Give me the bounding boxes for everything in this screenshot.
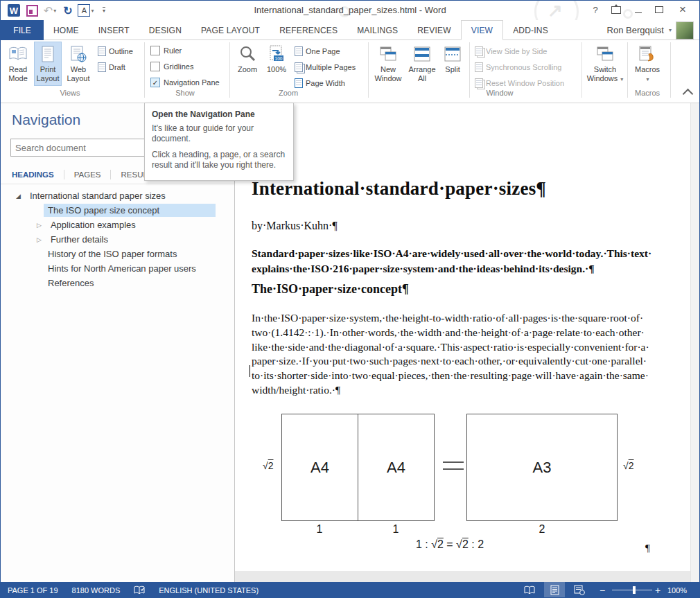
new-window-icon bbox=[379, 44, 397, 64]
ruler-checkbox[interactable]: Ruler bbox=[150, 46, 182, 55]
tab-view[interactable]: VIEW bbox=[461, 20, 503, 40]
redo-icon: ↻ bbox=[63, 4, 72, 17]
navigation-pane-checkbox[interactable]: ✓ Navigation Pane bbox=[150, 78, 220, 87]
outline-button[interactable]: Outline bbox=[98, 44, 133, 58]
print-layout-button[interactable]: Print Layout bbox=[34, 42, 62, 86]
view-side-by-side-icon bbox=[475, 46, 483, 56]
expander-expanded-icon[interactable]: ◢ bbox=[16, 193, 21, 200]
reset-window-position-button[interactable]: Reset Window Position bbox=[475, 76, 564, 90]
document-page[interactable]: International·standard·paper·sizes¶ by·M… bbox=[235, 103, 690, 571]
nav-heading-item[interactable]: References bbox=[44, 276, 98, 290]
synchronous-scrolling-button[interactable]: Synchronous Scrolling bbox=[475, 60, 561, 74]
tab-references[interactable]: REFERENCES bbox=[270, 20, 347, 40]
split-button[interactable]: Split bbox=[440, 42, 465, 86]
close-button[interactable]: × bbox=[673, 1, 692, 19]
maximize-button[interactable] bbox=[649, 1, 669, 19]
group-separator bbox=[368, 42, 369, 98]
nav-heading-item[interactable]: ▷ Application examples bbox=[37, 218, 140, 232]
switch-windows-icon bbox=[596, 44, 614, 64]
zoom-button[interactable]: Zoom bbox=[234, 42, 261, 86]
zoom-100-button[interactable]: 100 100% bbox=[263, 42, 290, 86]
macros-button[interactable]: Macros▾ bbox=[630, 42, 665, 86]
expander-collapsed-icon[interactable]: ▷ bbox=[37, 222, 42, 229]
nav-heading-item[interactable]: History of the ISO paper formats bbox=[44, 247, 181, 261]
equals-sign bbox=[443, 461, 464, 463]
maximize-icon bbox=[655, 6, 663, 13]
nav-heading-item[interactable]: ◢ International standard paper sizes bbox=[16, 188, 170, 203]
view-side-by-side-button[interactable]: View Side by Side bbox=[475, 44, 547, 58]
word-count-status[interactable]: 8180 WORDS bbox=[65, 582, 128, 598]
zoom-in-button[interactable]: + bbox=[655, 582, 660, 598]
undo-button[interactable]: ↶▾ bbox=[41, 3, 59, 18]
tab-home[interactable]: HOME bbox=[44, 20, 89, 40]
arrange-all-label: Arrange All bbox=[406, 65, 438, 83]
tab-design[interactable]: DESIGN bbox=[139, 20, 191, 40]
undo-dropdown-icon: ▾ bbox=[53, 8, 56, 14]
web-layout-button[interactable]: Web Layout bbox=[63, 42, 94, 86]
web-layout-icon bbox=[70, 44, 87, 64]
group-separator bbox=[229, 42, 230, 98]
proofing-status-button[interactable] bbox=[127, 582, 152, 598]
one-page-label: One Page bbox=[306, 47, 340, 55]
read-mode-view-button[interactable] bbox=[519, 582, 540, 598]
tab-review[interactable]: REVIEW bbox=[408, 20, 461, 40]
one-page-button[interactable]: One Page bbox=[295, 44, 340, 58]
text-cursor bbox=[250, 365, 250, 377]
redo-button[interactable]: ↻ bbox=[59, 3, 77, 18]
split-icon bbox=[444, 44, 462, 64]
autoformat-button[interactable]: A▾ bbox=[77, 3, 95, 18]
page-width-button[interactable]: Page Width bbox=[295, 76, 345, 90]
checkbox-checked-icon: ✓ bbox=[150, 78, 160, 87]
ribbon-display-options-button[interactable] bbox=[606, 1, 626, 19]
tooltip-line: Click a heading, a page, or a search bbox=[152, 150, 286, 160]
nav-heading-item-selected[interactable]: The ISO paper size concept bbox=[44, 203, 216, 218]
tab-page-layout[interactable]: PAGE LAYOUT bbox=[191, 20, 270, 40]
nav-heading-item[interactable]: Hints for North American paper users bbox=[44, 261, 200, 276]
page-count-status[interactable]: PAGE 1 OF 19 bbox=[1, 582, 65, 598]
arrange-all-button[interactable]: Arrange All bbox=[405, 42, 439, 86]
read-mode-view-icon bbox=[524, 586, 535, 595]
zoom-group-label: Zoom bbox=[264, 89, 313, 97]
proofing-icon bbox=[134, 586, 145, 595]
figure-width-label: 1 bbox=[358, 523, 434, 536]
zoom-slider-thumb[interactable] bbox=[633, 586, 636, 594]
show-group-label: Show bbox=[159, 89, 211, 97]
account-menu[interactable]: Ron Bergquist ▾ bbox=[607, 20, 694, 40]
vertical-scrollbar[interactable] bbox=[690, 103, 700, 582]
gridlines-checkbox[interactable]: Gridlines bbox=[150, 62, 193, 71]
tooltip-line: document. bbox=[152, 134, 286, 144]
save-button[interactable] bbox=[23, 3, 41, 18]
read-mode-button[interactable]: Read Mode bbox=[3, 42, 33, 86]
customize-qat-button[interactable]: ▾ bbox=[95, 3, 113, 18]
nav-tab-pages[interactable]: PAGES bbox=[64, 170, 111, 179]
web-layout-view-icon bbox=[574, 585, 585, 595]
tab-file[interactable]: FILE bbox=[1, 20, 44, 40]
tooltip-line: result and it'll take you right there. bbox=[152, 160, 286, 170]
new-window-button[interactable]: New Window bbox=[372, 42, 404, 86]
language-status[interactable]: ENGLISH (UNITED STATES) bbox=[152, 582, 265, 598]
group-separator bbox=[469, 42, 470, 98]
switch-windows-button[interactable]: Switch Windows ▾ bbox=[586, 42, 624, 86]
nav-heading-item[interactable]: ▷ Further details bbox=[37, 232, 112, 247]
print-layout-view-button[interactable] bbox=[544, 582, 565, 598]
nav-tab-headings[interactable]: HEADINGS bbox=[12, 170, 64, 179]
minimize-button[interactable] bbox=[629, 1, 648, 19]
tab-add-ins[interactable]: ADD-INS bbox=[503, 20, 558, 40]
word-logo-icon[interactable]: W bbox=[5, 3, 23, 18]
outline-icon bbox=[98, 46, 106, 56]
draft-button[interactable]: Draft bbox=[98, 60, 125, 74]
zoom-slider-track[interactable] bbox=[612, 590, 652, 590]
zoom-out-button[interactable]: − bbox=[600, 582, 605, 598]
collapse-ribbon-button[interactable] bbox=[683, 89, 694, 100]
web-layout-view-button[interactable] bbox=[569, 582, 590, 598]
status-bar: PAGE 1 OF 19 8180 WORDS ENGLISH (UNITED … bbox=[1, 582, 699, 598]
figure-sqrt2-left: √2 bbox=[263, 460, 273, 471]
close-icon: × bbox=[679, 3, 686, 17]
help-button[interactable]: ? bbox=[586, 1, 605, 19]
tab-mailings[interactable]: MAILINGS bbox=[347, 20, 408, 40]
macros-icon bbox=[638, 44, 656, 64]
multiple-pages-button[interactable]: Multiple Pages bbox=[295, 60, 356, 74]
expander-collapsed-icon[interactable]: ▷ bbox=[37, 236, 42, 243]
tab-insert[interactable]: INSERT bbox=[89, 20, 139, 40]
zoom-level-button[interactable]: 100% bbox=[667, 582, 687, 598]
